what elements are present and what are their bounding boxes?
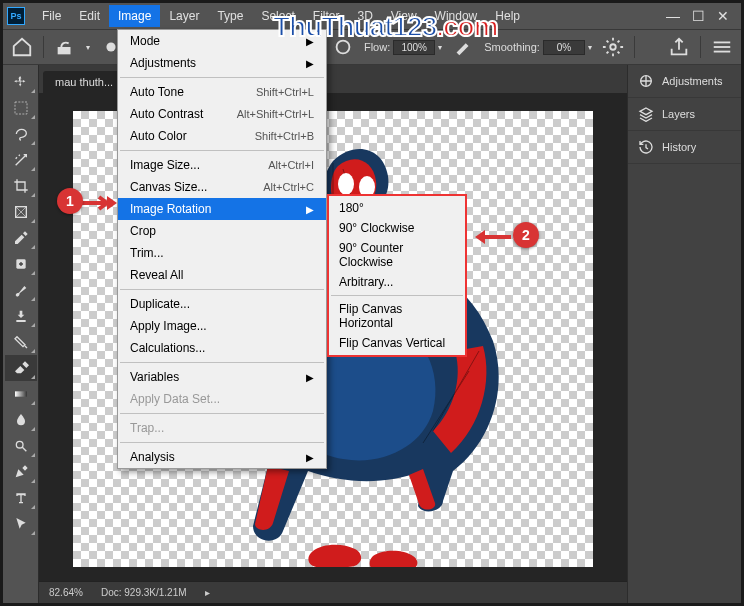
adjustments-panel-tab[interactable]: Adjustments (628, 65, 741, 98)
svg-rect-10 (15, 102, 27, 114)
panel-label: Layers (662, 108, 695, 120)
chevron-down-icon[interactable]: ▾ (86, 43, 90, 52)
svg-rect-0 (58, 47, 71, 54)
image-menu-dropdown: Mode▶Adjustments▶Auto ToneShift+Ctrl+LAu… (117, 29, 327, 469)
submenu-item-90-clockwise[interactable]: 90° Clockwise (329, 218, 465, 238)
menu-item-auto-color[interactable]: Auto ColorShift+Ctrl+B (118, 125, 326, 147)
document-tab[interactable]: mau thuth... (43, 71, 125, 93)
menu-item-canvas-size[interactable]: Canvas Size...Alt+Ctrl+C (118, 176, 326, 198)
submenu-item-180[interactable]: 180° (329, 198, 465, 218)
menu-item-auto-tone[interactable]: Auto ToneShift+Ctrl+L (118, 81, 326, 103)
eraser-tool[interactable] (5, 355, 37, 381)
watermark: ThuThuat123.com (273, 11, 498, 43)
dodge-tool[interactable] (5, 433, 37, 459)
doc-info: Doc: 929.3K/1.21M (101, 587, 187, 598)
menu-item-adjustments[interactable]: Adjustments▶ (118, 52, 326, 74)
menu-item-crop[interactable]: Crop (118, 220, 326, 242)
menu-icon[interactable] (711, 36, 733, 58)
menu-item-reveal-all[interactable]: Reveal All (118, 264, 326, 286)
move-tool[interactable] (5, 69, 37, 95)
pen-tool[interactable] (5, 459, 37, 485)
history-brush-tool[interactable] (5, 329, 37, 355)
submenu-item-flip-canvas-horizontal[interactable]: Flip Canvas Horizontal (329, 299, 465, 333)
crop-tool[interactable] (5, 173, 37, 199)
path-select-tool[interactable] (5, 511, 37, 537)
close-icon[interactable]: ✕ (717, 8, 729, 24)
right-panels: Adjustments Layers History (627, 65, 741, 603)
layers-panel-tab[interactable]: Layers (628, 98, 741, 131)
menu-item-duplicate[interactable]: Duplicate... (118, 293, 326, 315)
svg-rect-9 (714, 51, 731, 53)
photoshop-logo: Ps (7, 7, 25, 25)
layers-icon (638, 106, 654, 122)
submenu-item-flip-canvas-vertical[interactable]: Flip Canvas Vertical (329, 333, 465, 353)
eyedropper-tool[interactable] (5, 225, 37, 251)
lasso-tool[interactable] (5, 121, 37, 147)
window-controls: — ☐ ✕ (666, 8, 737, 24)
share-icon[interactable] (668, 36, 690, 58)
history-icon (638, 139, 654, 155)
menu-image[interactable]: Image (109, 5, 160, 27)
type-tool[interactable] (5, 485, 37, 511)
maximize-icon[interactable]: ☐ (692, 8, 705, 24)
panel-label: Adjustments (662, 75, 723, 87)
marquee-tool[interactable] (5, 95, 37, 121)
smoothing-value[interactable]: 0% (543, 40, 585, 55)
submenu-item-arbitrary[interactable]: Arbitrary... (329, 272, 465, 292)
svg-point-1 (106, 42, 115, 51)
zoom-value[interactable]: 82.64% (49, 587, 83, 598)
menu-file[interactable]: File (33, 5, 70, 27)
annotation-arrow-1 (81, 195, 117, 211)
menu-item-apply-data-set: Apply Data Set... (118, 388, 326, 410)
minimize-icon[interactable]: — (666, 8, 680, 24)
menu-item-variables[interactable]: Variables▶ (118, 366, 326, 388)
menu-item-calculations[interactable]: Calculations... (118, 337, 326, 359)
heal-tool[interactable] (5, 251, 37, 277)
tool-preset-icon[interactable] (54, 36, 76, 58)
menu-item-trap: Trap... (118, 417, 326, 439)
menu-item-auto-contrast[interactable]: Auto ContrastAlt+Shift+Ctrl+L (118, 103, 326, 125)
image-rotation-submenu: 180°90° Clockwise90° Counter ClockwiseAr… (327, 194, 467, 357)
menu-edit[interactable]: Edit (70, 5, 109, 27)
submenu-item-90-counter-clockwise[interactable]: 90° Counter Clockwise (329, 238, 465, 272)
annotation-arrow-2 (471, 229, 511, 245)
brush-tool[interactable] (5, 277, 37, 303)
gear-icon[interactable] (602, 36, 624, 58)
svg-point-6 (610, 44, 616, 50)
menu-item-image-rotation[interactable]: Image Rotation▶ (118, 198, 326, 220)
frame-tool[interactable] (5, 199, 37, 225)
svg-rect-8 (714, 46, 731, 48)
svg-point-15 (338, 173, 354, 195)
gradient-tool[interactable] (5, 381, 37, 407)
wand-tool[interactable] (5, 147, 37, 173)
tool-panel (3, 65, 39, 603)
annotation-marker-2: 2 (513, 222, 539, 248)
stamp-tool[interactable] (5, 303, 37, 329)
history-panel-tab[interactable]: History (628, 131, 741, 164)
blur-tool[interactable] (5, 407, 37, 433)
svg-rect-13 (15, 391, 27, 396)
menu-item-analysis[interactable]: Analysis▶ (118, 446, 326, 468)
svg-point-14 (16, 441, 23, 448)
menu-item-trim[interactable]: Trim... (118, 242, 326, 264)
menu-type[interactable]: Type (208, 5, 252, 27)
chevron-right-icon[interactable]: ▸ (205, 587, 210, 598)
menu-layer[interactable]: Layer (160, 5, 208, 27)
adjustments-icon (638, 73, 654, 89)
status-bar: 82.64% Doc: 929.3K/1.21M ▸ (39, 581, 627, 603)
menu-item-image-size[interactable]: Image Size...Alt+Ctrl+I (118, 154, 326, 176)
menu-item-apply-image[interactable]: Apply Image... (118, 315, 326, 337)
svg-rect-7 (714, 42, 731, 44)
annotation-marker-1: 1 (57, 188, 83, 214)
home-icon[interactable] (11, 36, 33, 58)
panel-label: History (662, 141, 696, 153)
